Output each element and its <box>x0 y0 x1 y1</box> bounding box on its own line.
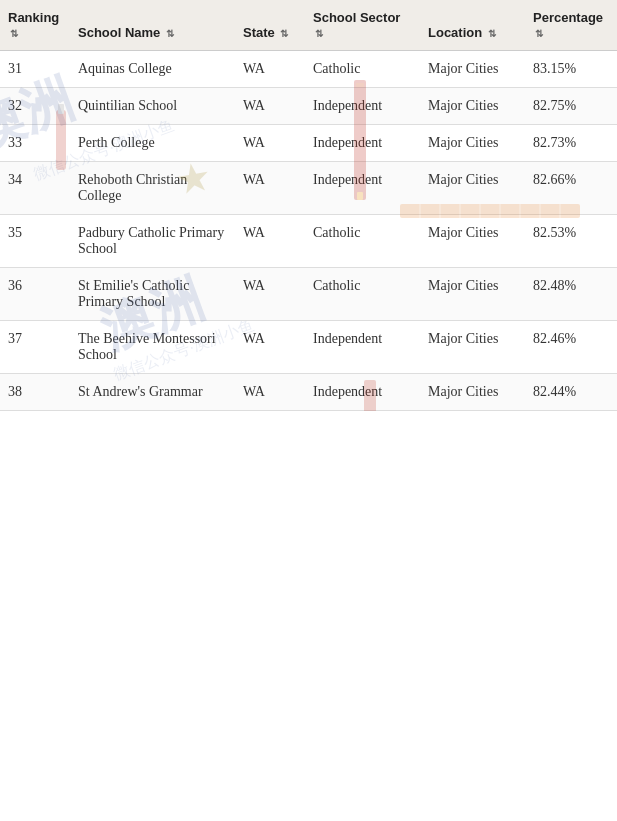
cell-state: WA <box>235 321 305 374</box>
cell-ranking: 36 <box>0 268 70 321</box>
header-school-name[interactable]: School Name ⇅ <box>70 0 235 51</box>
cell-percentage: 83.15% <box>525 51 617 88</box>
cell-location: Major Cities <box>420 374 525 411</box>
cell-state: WA <box>235 162 305 215</box>
sort-icon-location: ⇅ <box>488 28 496 39</box>
cell-school-name: Perth College <box>70 125 235 162</box>
cell-state: WA <box>235 51 305 88</box>
cell-school-name: The Beehive Montessori School <box>70 321 235 374</box>
table-row: 33Perth CollegeWAIndependentMajor Cities… <box>0 125 617 162</box>
cell-percentage: 82.66% <box>525 162 617 215</box>
sort-icon-school-name: ⇅ <box>166 28 174 39</box>
header-location[interactable]: Location ⇅ <box>420 0 525 51</box>
cell-percentage: 82.44% <box>525 374 617 411</box>
cell-ranking: 35 <box>0 215 70 268</box>
cell-school-name: Rehoboth Christian College <box>70 162 235 215</box>
cell-percentage: 82.48% <box>525 268 617 321</box>
cell-percentage: 82.75% <box>525 88 617 125</box>
cell-percentage: 82.73% <box>525 125 617 162</box>
sort-icon-ranking: ⇅ <box>10 28 18 39</box>
cell-sector: Independent <box>305 88 420 125</box>
cell-sector: Catholic <box>305 268 420 321</box>
cell-location: Major Cities <box>420 125 525 162</box>
cell-location: Major Cities <box>420 321 525 374</box>
header-percentage[interactable]: Percentage ⇅ <box>525 0 617 51</box>
cell-ranking: 38 <box>0 374 70 411</box>
cell-ranking: 33 <box>0 125 70 162</box>
cell-school-name: Padbury Catholic Primary School <box>70 215 235 268</box>
cell-location: Major Cities <box>420 268 525 321</box>
header-ranking[interactable]: Ranking ⇅ <box>0 0 70 51</box>
sort-icon-sector: ⇅ <box>315 28 323 39</box>
cell-percentage: 82.53% <box>525 215 617 268</box>
cell-location: Major Cities <box>420 88 525 125</box>
table-row: 38St Andrew's GrammarWAIndependentMajor … <box>0 374 617 411</box>
cell-sector: Independent <box>305 162 420 215</box>
cell-ranking: 32 <box>0 88 70 125</box>
cell-sector: Catholic <box>305 51 420 88</box>
table-row: 37The Beehive Montessori SchoolWAIndepen… <box>0 321 617 374</box>
cell-ranking: 31 <box>0 51 70 88</box>
cell-percentage: 82.46% <box>525 321 617 374</box>
cell-state: WA <box>235 215 305 268</box>
cell-state: WA <box>235 374 305 411</box>
cell-state: WA <box>235 88 305 125</box>
cell-school-name: Quintilian School <box>70 88 235 125</box>
cell-sector: Independent <box>305 321 420 374</box>
header-state[interactable]: State ⇅ <box>235 0 305 51</box>
header-school-sector[interactable]: School Sector ⇅ <box>305 0 420 51</box>
table-row: 32Quintilian SchoolWAIndependentMajor Ci… <box>0 88 617 125</box>
cell-state: WA <box>235 125 305 162</box>
table-row: 35Padbury Catholic Primary SchoolWACatho… <box>0 215 617 268</box>
table-row: 34Rehoboth Christian CollegeWAIndependen… <box>0 162 617 215</box>
sort-icon-state: ⇅ <box>280 28 288 39</box>
cell-ranking: 37 <box>0 321 70 374</box>
cell-sector: Independent <box>305 374 420 411</box>
table-header-row: Ranking ⇅ School Name ⇅ State ⇅ School S… <box>0 0 617 51</box>
cell-sector: Catholic <box>305 215 420 268</box>
cell-location: Major Cities <box>420 162 525 215</box>
table-row: 36St Emilie's Catholic Primary SchoolWAC… <box>0 268 617 321</box>
cell-state: WA <box>235 268 305 321</box>
table-row: 31Aquinas CollegeWACatholicMajor Cities8… <box>0 51 617 88</box>
rankings-table: Ranking ⇅ School Name ⇅ State ⇅ School S… <box>0 0 617 411</box>
cell-location: Major Cities <box>420 215 525 268</box>
cell-location: Major Cities <box>420 51 525 88</box>
cell-sector: Independent <box>305 125 420 162</box>
cell-school-name: St Emilie's Catholic Primary School <box>70 268 235 321</box>
cell-school-name: St Andrew's Grammar <box>70 374 235 411</box>
cell-school-name: Aquinas College <box>70 51 235 88</box>
sort-icon-percentage: ⇅ <box>535 28 543 39</box>
rankings-table-container: 澳洲 微信公众号·澳洲小鱼 澳洲 微信公众号·澳洲小鱼 澳洲 微信公众号·澳洲小… <box>0 0 617 411</box>
cell-ranking: 34 <box>0 162 70 215</box>
